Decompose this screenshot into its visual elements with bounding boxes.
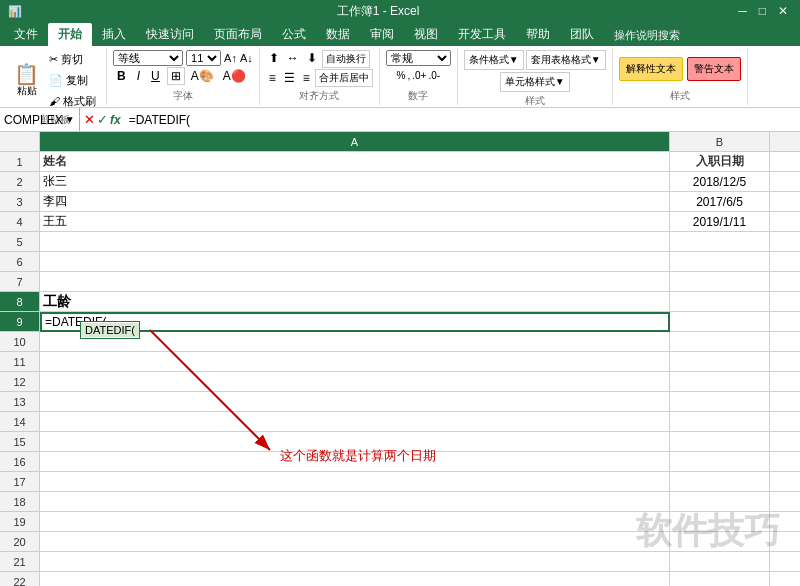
cell-a4[interactable]: 王五: [40, 212, 670, 232]
cell-b3[interactable]: 2017/6/5: [670, 192, 770, 212]
explanatory-text-btn[interactable]: 解释性文本: [619, 57, 683, 81]
cell-b8[interactable]: [670, 292, 770, 312]
row-8[interactable]: 8: [0, 292, 39, 312]
cell-c17[interactable]: [770, 472, 800, 492]
minimize-btn[interactable]: ─: [734, 4, 751, 18]
row-5[interactable]: 5: [0, 232, 39, 252]
font-shrink-btn[interactable]: A↓: [240, 52, 253, 64]
cell-b15[interactable]: [670, 432, 770, 452]
cell-c19[interactable]: [770, 512, 800, 532]
row-1[interactable]: 1: [0, 152, 39, 172]
cell-b18[interactable]: [670, 492, 770, 512]
cell-c10[interactable]: [770, 332, 800, 352]
col-header-c[interactable]: C: [770, 132, 800, 151]
cell-c14[interactable]: [770, 412, 800, 432]
tab-file[interactable]: 文件: [4, 23, 48, 46]
row-2[interactable]: 2: [0, 172, 39, 192]
cell-b17[interactable]: [670, 472, 770, 492]
cell-c2[interactable]: [770, 172, 800, 192]
insert-function-btn[interactable]: fx: [110, 113, 121, 127]
col-header-a[interactable]: A: [40, 132, 670, 151]
row-20[interactable]: 20: [0, 532, 39, 552]
tab-insert[interactable]: 插入: [92, 23, 136, 46]
cell-a11[interactable]: [40, 352, 670, 372]
cell-a21[interactable]: [40, 552, 670, 572]
cell-b5[interactable]: [670, 232, 770, 252]
cell-a18[interactable]: [40, 492, 670, 512]
close-btn[interactable]: ✕: [774, 4, 792, 18]
cell-a15[interactable]: [40, 432, 670, 452]
row-18[interactable]: 18: [0, 492, 39, 512]
cell-b6[interactable]: [670, 252, 770, 272]
cell-b21[interactable]: [670, 552, 770, 572]
tab-quickaccess[interactable]: 快速访问: [136, 23, 204, 46]
number-format-select[interactable]: 常规: [386, 50, 451, 66]
cell-a7[interactable]: [40, 272, 670, 292]
cell-b22[interactable]: [670, 572, 770, 586]
tab-data[interactable]: 数据: [316, 23, 360, 46]
align-bottom-btn[interactable]: ⬇: [304, 50, 320, 68]
cell-a2[interactable]: 张三: [40, 172, 670, 192]
comma-btn[interactable]: ,: [407, 70, 410, 81]
tab-team[interactable]: 团队: [560, 23, 604, 46]
cell-c22[interactable]: [770, 572, 800, 586]
cell-c4[interactable]: [770, 212, 800, 232]
row-14[interactable]: 14: [0, 412, 39, 432]
row-7[interactable]: 7: [0, 272, 39, 292]
cell-c9[interactable]: [770, 312, 800, 332]
cell-c8[interactable]: [770, 292, 800, 312]
cell-a5[interactable]: [40, 232, 670, 252]
row-21[interactable]: 21: [0, 552, 39, 572]
row-16[interactable]: 16: [0, 452, 39, 472]
tab-formula[interactable]: 公式: [272, 23, 316, 46]
percent-btn[interactable]: %: [397, 70, 406, 81]
autocomplete-dropdown[interactable]: DATEDIF(: [80, 321, 140, 339]
tab-review[interactable]: 审阅: [360, 23, 404, 46]
copy-btn[interactable]: 📄 复制: [45, 71, 100, 90]
cell-a17[interactable]: [40, 472, 670, 492]
font-color-btn[interactable]: A🔴: [220, 68, 249, 84]
warning-text-btn[interactable]: 警告文本: [687, 57, 741, 81]
cell-b16[interactable]: [670, 452, 770, 472]
row-3[interactable]: 3: [0, 192, 39, 212]
row-10[interactable]: 10: [0, 332, 39, 352]
cell-b2[interactable]: 2018/12/5: [670, 172, 770, 192]
tab-search[interactable]: 操作说明搜索: [604, 25, 690, 46]
row-4[interactable]: 4: [0, 212, 39, 232]
tab-home[interactable]: 开始: [48, 23, 92, 46]
cell-a14[interactable]: [40, 412, 670, 432]
cell-a20[interactable]: [40, 532, 670, 552]
row-11[interactable]: 11: [0, 352, 39, 372]
align-left-btn[interactable]: ≡: [266, 70, 279, 86]
decrease-decimal-btn[interactable]: .0-: [428, 70, 440, 81]
cell-c5[interactable]: [770, 232, 800, 252]
name-box-dropdown[interactable]: ▼: [65, 114, 75, 125]
cell-c15[interactable]: [770, 432, 800, 452]
cell-b7[interactable]: [670, 272, 770, 292]
col-header-b[interactable]: B: [670, 132, 770, 151]
row-13[interactable]: 13: [0, 392, 39, 412]
name-box[interactable]: COMPLEX ▼: [0, 108, 80, 131]
cell-c16[interactable]: [770, 452, 800, 472]
wrap-text-btn[interactable]: 自动换行: [322, 50, 370, 68]
increase-decimal-btn[interactable]: .0+: [412, 70, 426, 81]
cell-b14[interactable]: [670, 412, 770, 432]
cancel-formula-btn[interactable]: ✕: [84, 112, 95, 127]
align-top-btn[interactable]: ⬆: [266, 50, 282, 68]
paste-btn[interactable]: 📋 粘贴: [10, 62, 43, 100]
cell-b19[interactable]: [670, 512, 770, 532]
tab-layout[interactable]: 页面布局: [204, 23, 272, 46]
confirm-formula-btn[interactable]: ✓: [97, 112, 108, 127]
cell-b4[interactable]: 2019/1/11: [670, 212, 770, 232]
align-center-btn[interactable]: ☰: [281, 70, 298, 86]
cell-b20[interactable]: [670, 532, 770, 552]
font-size-select[interactable]: 11: [186, 50, 221, 66]
cell-a3[interactable]: 李四: [40, 192, 670, 212]
row-17[interactable]: 17: [0, 472, 39, 492]
tab-view[interactable]: 视图: [404, 23, 448, 46]
cell-c21[interactable]: [770, 552, 800, 572]
maximize-btn[interactable]: □: [755, 4, 770, 18]
cell-c7[interactable]: [770, 272, 800, 292]
row-9[interactable]: 9: [0, 312, 39, 332]
font-family-select[interactable]: 等线: [113, 50, 183, 66]
